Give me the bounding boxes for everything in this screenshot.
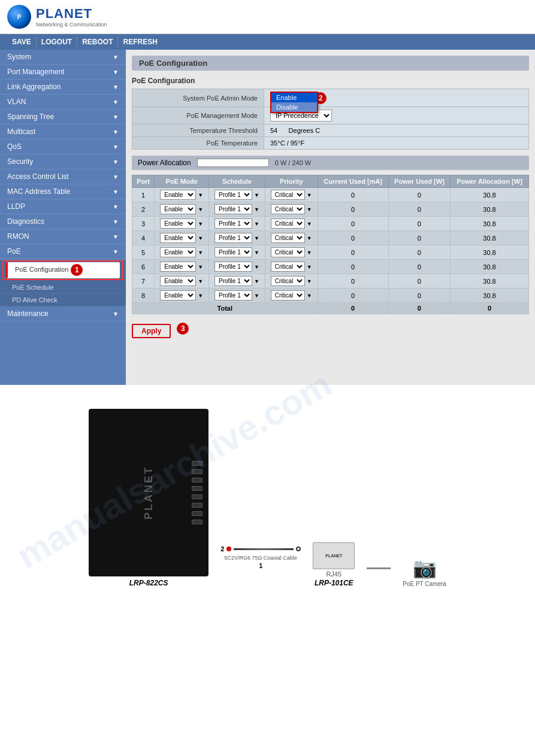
port-power: 0	[388, 289, 450, 303]
port-schedule-cell: Profile 1Profile 2 ▼	[209, 217, 265, 231]
admin-mode-dropdown-popup: Enable Disable	[270, 92, 318, 113]
sidebar-item-maintenance[interactable]: Maintenance ▼	[0, 306, 126, 321]
port-priority-cell: CriticalHighLow ▼	[265, 245, 318, 260]
port-schedule-cell: Profile 1Profile 2 ▼	[209, 289, 265, 303]
port-schedule-select[interactable]: Profile 1Profile 2	[214, 247, 252, 257]
sidebar-item-security[interactable]: Security ▼	[0, 154, 126, 169]
port-priority-select[interactable]: CriticalHighLow	[271, 233, 305, 243]
chevron-down-icon: ▼	[113, 69, 119, 75]
main-layout: System ▼ Port Management ▼ Link Aggregat…	[0, 50, 535, 385]
logo-area: P PLANET Networking & Communication	[7, 5, 107, 29]
port-mode-select[interactable]: EnableDisable	[160, 276, 196, 286]
port-mode-cell: EnableDisable ▼	[155, 260, 209, 274]
th-power-allocation: Power Allocation [W]	[451, 175, 529, 188]
port-priority-select[interactable]: CriticalHighLow	[271, 247, 305, 257]
port-mode-select[interactable]: EnableDisable	[160, 262, 196, 272]
sidebar-item-port-management[interactable]: Port Management ▼	[0, 65, 126, 80]
port-current: 0	[318, 231, 388, 245]
save-button[interactable]: SAVE	[7, 37, 37, 47]
config-label-temp-threshold: Temperature Threshold	[132, 125, 264, 137]
th-priority: Priority	[265, 175, 318, 188]
sidebar-item-multicast[interactable]: Multicast ▼	[0, 125, 126, 139]
bottom-diagram-section: PLANET LRP-822CS 2	[0, 397, 535, 599]
chevron-down-icon: ▼	[113, 174, 119, 180]
sidebar-sub-item-poe-schedule[interactable]: PoE Schedule	[0, 281, 126, 294]
chevron-down-icon: ▼	[113, 159, 119, 165]
port-mode-select[interactable]: EnableDisable	[160, 218, 196, 229]
apply-button[interactable]: Apply	[132, 324, 171, 338]
port-priority-select[interactable]: CriticalHighLow	[271, 190, 305, 200]
sidebar-item-spanning-tree[interactable]: Spanning Tree ▼	[0, 110, 126, 125]
port-power: 0	[388, 260, 450, 274]
sidebar-label-rmon: RMON	[7, 232, 29, 241]
port-schedule-select[interactable]: Profile 1Profile 2	[214, 218, 252, 229]
port-current: 0	[318, 289, 388, 303]
port-schedule-select[interactable]: Profile 1Profile 2	[214, 190, 252, 200]
th-current-used: Current Used [mA]	[318, 175, 388, 188]
port-schedule-select[interactable]: Profile 1Profile 2	[214, 204, 252, 214]
chevron-down-icon: ▼	[113, 311, 119, 317]
port-priority-select[interactable]: CriticalHighLow	[271, 290, 305, 300]
port-mode-select[interactable]: EnableDisable	[160, 247, 196, 257]
port-allocation: 30.8	[451, 217, 529, 231]
th-schedule: Schedule	[209, 175, 265, 188]
device-port	[192, 511, 202, 516]
port-mode-select[interactable]: EnableDisable	[160, 204, 196, 214]
sidebar-sub-item-poe-configuration[interactable]: PoE Configuration1	[6, 262, 120, 278]
poe-config-section: PoE Configuration System PoE Admin Mode …	[132, 77, 529, 150]
reboot-button[interactable]: REBOOT	[77, 37, 118, 47]
refresh-button[interactable]: REFRESH	[118, 37, 162, 47]
sidebar-label-system: System	[7, 53, 31, 61]
port-number: 1	[132, 188, 155, 202]
planet-label-small: PLANET	[325, 554, 342, 558]
sidebar-item-mac-address-table[interactable]: MAC Address Table ▼	[0, 184, 126, 199]
sidebar-item-qos[interactable]: QoS ▼	[0, 139, 126, 154]
table-row: PoE Temperature 35°C / 95°F	[132, 137, 529, 150]
port-priority-select[interactable]: CriticalHighLow	[271, 204, 305, 214]
port-priority-cell: CriticalHighLow ▼	[265, 217, 318, 231]
port-mode-select[interactable]: EnableDisable	[160, 233, 196, 243]
total-row: Total 0 0 0	[132, 303, 529, 314]
port-schedule-select[interactable]: Profile 1Profile 2	[214, 233, 252, 243]
dropdown-option-enable[interactable]: Enable	[271, 93, 317, 102]
chevron-down-icon: ▼	[113, 248, 119, 255]
sidebar-item-system[interactable]: System ▼	[0, 50, 126, 65]
sidebar-item-lldp[interactable]: LLDP ▼	[0, 199, 126, 214]
coaxial-cable	[234, 548, 294, 550]
port-priority-select[interactable]: CriticalHighLow	[271, 276, 305, 286]
chevron-down-icon: ▼	[113, 84, 119, 90]
chevron-down-icon: ▼	[113, 233, 119, 240]
port-priority-select[interactable]: CriticalHighLow	[271, 262, 305, 272]
sidebar-item-poe[interactable]: PoE ▼	[0, 244, 126, 259]
port-current: 0	[318, 245, 388, 260]
dropdown-option-disable[interactable]: Disable	[271, 102, 317, 112]
sidebar-item-access-control-list[interactable]: Access Control List ▼	[0, 169, 126, 184]
port-mode-select[interactable]: EnableDisable	[160, 290, 196, 300]
planet-watermark: PLANET	[143, 466, 155, 520]
port-priority-select[interactable]: CriticalHighLow	[271, 218, 305, 229]
sidebar-item-rmon[interactable]: RMON ▼	[0, 229, 126, 244]
port-schedule-select[interactable]: Profile 1Profile 2	[214, 290, 252, 300]
port-schedule-select[interactable]: Profile 1Profile 2	[214, 262, 252, 272]
port-number: 3	[132, 217, 155, 231]
port-schedule-cell: Profile 1Profile 2 ▼	[209, 245, 265, 260]
sidebar-item-vlan[interactable]: VLAN ▼	[0, 95, 126, 110]
port-allocation: 30.8	[451, 274, 529, 289]
config-label-admin-mode: System PoE Admin Mode	[132, 89, 264, 107]
logout-button[interactable]: LOGOUT	[37, 37, 77, 47]
sidebar-label-qos: QoS	[7, 142, 22, 151]
port-allocation: 30.8	[451, 231, 529, 245]
port-mode-select[interactable]: EnableDisable	[160, 190, 196, 200]
sidebar-label-vlan: VLAN	[7, 98, 26, 106]
sidebar-sub-item-pd-alive-check[interactable]: PD Alive Check	[0, 294, 126, 306]
port-schedule-cell: Profile 1Profile 2 ▼	[209, 231, 265, 245]
port-number: 8	[132, 289, 155, 303]
toolbar: SAVE LOGOUT REBOOT REFRESH	[0, 34, 535, 50]
sidebar-label-lldp: LLDP	[7, 202, 25, 211]
sidebar-item-diagnostics[interactable]: Diagnostics ▼	[0, 214, 126, 229]
chevron-down-icon: ▼	[113, 54, 119, 60]
arrow-label: 2	[220, 545, 224, 552]
chevron-down-icon: ▼	[113, 189, 119, 195]
sidebar-item-link-aggregation[interactable]: Link Aggregation ▼	[0, 80, 126, 95]
port-schedule-select[interactable]: Profile 1Profile 2	[214, 276, 252, 286]
